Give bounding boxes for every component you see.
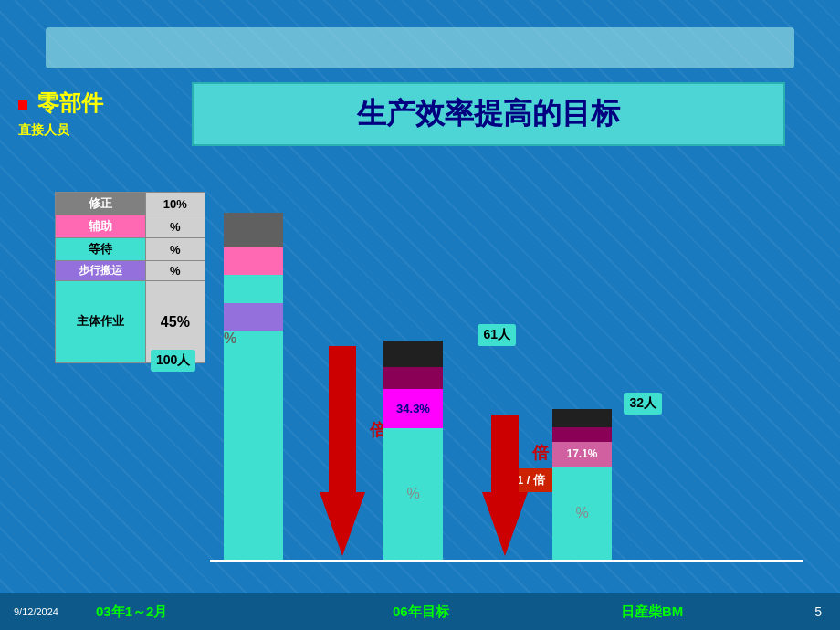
bottom-label-06: 06年目标	[393, 604, 449, 621]
label-32-people: 32人	[624, 393, 662, 415]
bar2: 34.3% %	[383, 341, 443, 560]
bar1-segment-fuzhu	[224, 247, 283, 275]
svg-marker-3	[482, 415, 528, 556]
bar2-segment-teal: %	[383, 428, 443, 560]
up-arrow-2	[482, 415, 528, 556]
bar3: 17.1% %	[552, 409, 612, 560]
title-box: 生产效率提高的目标	[192, 82, 785, 146]
chart-baseline	[210, 560, 803, 562]
bar1-segment-dengdai	[224, 275, 283, 302]
label-61-people: 61人	[478, 324, 516, 346]
bar1-segment-xiuzheng	[224, 213, 283, 247]
bottom-page-number: 5	[814, 604, 822, 619]
bar-group-2: 34.3% % 61人 1 / 倍	[383, 341, 443, 560]
bar3-segment-magenta: 17.1%	[552, 442, 612, 466]
page-title: 生产效率提高的目标	[357, 94, 620, 134]
label-100-people: 100人	[151, 350, 195, 372]
arrow2-label: 倍	[532, 442, 549, 464]
label-xiuzheng: 修正	[56, 193, 146, 215]
bar2-segment-darkred	[383, 367, 443, 389]
value-fuzhu: %	[145, 215, 205, 238]
bar2-segment-magenta: 34.3%	[383, 389, 443, 428]
label-buxing: 步行搬运	[56, 261, 146, 281]
label-zhuti: 主体作业	[56, 281, 146, 363]
value-dengdai: %	[145, 238, 205, 261]
table-row: 修正 10%	[56, 193, 205, 215]
zero-parts-label: 零部件 直接人员	[18, 91, 103, 140]
red-dot-icon	[18, 100, 27, 110]
bottom-label-nissan: 日産柴BM	[621, 604, 683, 621]
value-xiuzheng: 10%	[145, 193, 205, 215]
label-fuzhu: 辅助	[56, 215, 146, 238]
table-row: 辅助 %	[56, 215, 205, 238]
bottom-bar: 9/12/2024 03年1～2月 06年目标 日産柴BM 5	[0, 593, 840, 630]
bar-group-3: 17.1% % 32人	[552, 409, 612, 560]
bar3-segment-teal: %	[552, 467, 612, 560]
value-buxing: %	[145, 261, 205, 281]
bar2-segment-black	[383, 341, 443, 367]
bar1-segment-zhuti: %	[224, 331, 283, 560]
data-table: 修正 10% 辅助 % 等待 % 步行搬运 % 主体作业 45%	[55, 192, 205, 363]
bottom-date: 9/12/2024	[14, 606, 58, 617]
svg-marker-1	[320, 346, 365, 556]
table-row: 等待 %	[56, 238, 205, 261]
arrow-1-container: 倍	[320, 346, 365, 560]
label-dengdai: 等待	[56, 238, 146, 261]
bar-group-1: % 100人	[224, 213, 283, 560]
bar3-segment-darkred	[552, 427, 612, 443]
bar1-segment-buxing	[224, 303, 283, 331]
bar3-segment-black	[552, 409, 612, 427]
up-arrow-1	[320, 346, 365, 556]
top-banner	[46, 27, 794, 68]
arrow-2-container: 倍	[482, 415, 528, 560]
bar1: %	[224, 213, 283, 560]
table-row: 步行搬运 %	[56, 261, 205, 281]
bottom-label-03: 03年1～2月	[96, 604, 167, 621]
chart-area: 修正 10% 辅助 % 等待 % 步行搬运 % 主体作业 45% %	[55, 164, 803, 589]
